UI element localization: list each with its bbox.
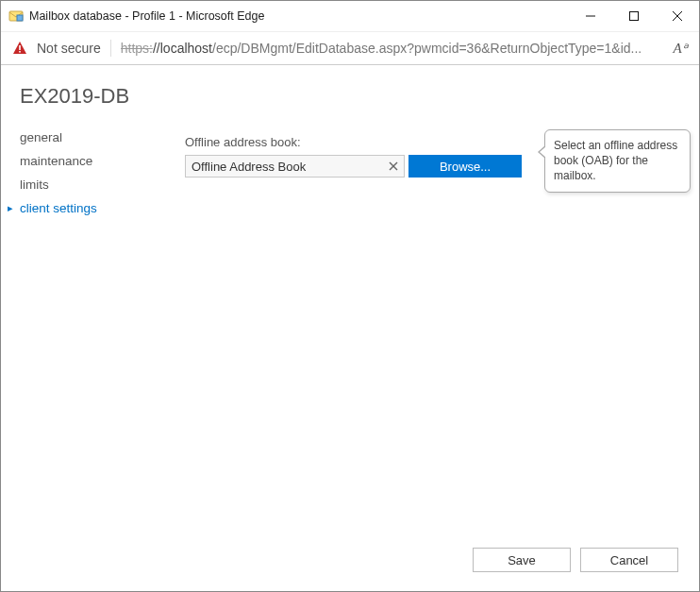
page-title: EX2019-DB bbox=[20, 84, 680, 109]
app-icon bbox=[8, 8, 24, 24]
maximize-button[interactable] bbox=[612, 1, 656, 31]
footer-buttons: Save Cancel bbox=[473, 548, 678, 572]
oab-input[interactable] bbox=[186, 156, 383, 177]
save-button[interactable]: Save bbox=[473, 548, 571, 572]
url-scheme: https: bbox=[121, 41, 153, 56]
url-host: //localhost bbox=[153, 41, 212, 56]
svg-rect-3 bbox=[630, 12, 639, 21]
window-titlebar: Mailbox database - Profile 1 - Microsoft… bbox=[1, 1, 699, 31]
svg-rect-6 bbox=[19, 45, 21, 50]
sidebar: general maintenance limits client settin… bbox=[20, 126, 185, 220]
svg-rect-7 bbox=[19, 51, 21, 53]
cancel-button[interactable]: Cancel bbox=[580, 548, 678, 572]
sidebar-item-limits[interactable]: limits bbox=[20, 173, 185, 196]
minimize-button[interactable] bbox=[569, 1, 612, 31]
help-callout: Select an offline address book (OAB) for… bbox=[544, 129, 691, 193]
sidebar-item-client-settings[interactable]: client settings bbox=[20, 196, 185, 220]
window-controls bbox=[569, 1, 699, 31]
address-bar[interactable]: Not secure https://localhost/ecp/DBMgmt/… bbox=[1, 31, 699, 65]
sidebar-item-general[interactable]: general bbox=[20, 126, 185, 149]
addressbar-divider bbox=[110, 40, 111, 57]
clear-icon[interactable] bbox=[383, 156, 404, 177]
security-label: Not secure bbox=[37, 41, 101, 56]
close-button[interactable] bbox=[656, 1, 699, 31]
url-text[interactable]: https://localhost/ecp/DBMgmt/EditDatabas… bbox=[121, 41, 663, 56]
immersive-reader-icon[interactable]: Aᵃ bbox=[671, 40, 690, 57]
browse-button[interactable]: Browse... bbox=[408, 155, 522, 178]
url-path: /ecp/DBMgmt/EditDatabase.aspx?pwmcid=36&… bbox=[212, 41, 642, 56]
svg-rect-1 bbox=[17, 15, 23, 21]
oab-input-wrap[interactable] bbox=[185, 155, 405, 178]
main-panel: Offline address book: Browse... Select a… bbox=[185, 126, 680, 178]
sidebar-item-maintenance[interactable]: maintenance bbox=[20, 149, 185, 173]
not-secure-icon bbox=[12, 41, 27, 56]
window-title: Mailbox database - Profile 1 - Microsoft… bbox=[29, 9, 569, 23]
page-body: EX2019-DB general maintenance limits cli… bbox=[1, 65, 699, 591]
